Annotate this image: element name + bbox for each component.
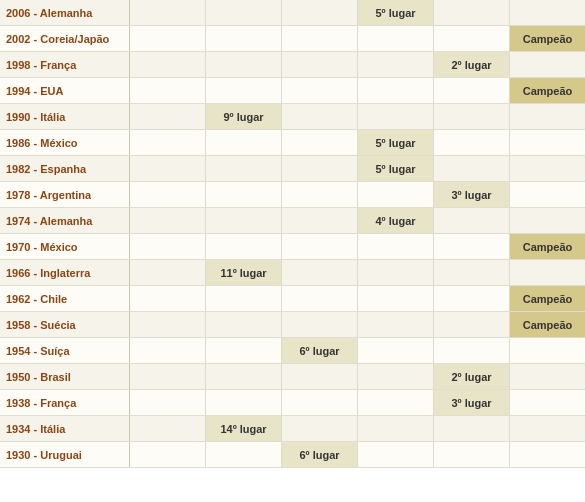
- grid-cell: [206, 0, 282, 25]
- grid-cell: [510, 130, 585, 155]
- grid-cell: 5º lugar: [358, 156, 434, 181]
- grid-cell: [358, 104, 434, 129]
- grid-cell: [130, 182, 206, 207]
- grid-cell: [130, 390, 206, 415]
- grid-cell: [206, 338, 282, 363]
- grid-cell: Campeão: [510, 286, 585, 311]
- grid-cell: [358, 390, 434, 415]
- grid-cell: [358, 234, 434, 259]
- grid-cell: 2º lugar: [434, 364, 510, 389]
- grid-cell: [130, 130, 206, 155]
- grid-cell: 6º lugar: [282, 442, 358, 467]
- table-row: 1990 - Itália9º lugar: [0, 104, 585, 130]
- grid-cell: [130, 26, 206, 51]
- grid-cell: [510, 442, 585, 467]
- grid-cell: [130, 416, 206, 441]
- grid-cell: [282, 130, 358, 155]
- grid-cell: [282, 312, 358, 337]
- grid-cell: [358, 78, 434, 103]
- grid-cell: [358, 52, 434, 77]
- grid-cell: [206, 52, 282, 77]
- grid-cell: [434, 130, 510, 155]
- year-label: 1990 - Itália: [0, 104, 130, 129]
- table-row: 1998 - França2º lugar: [0, 52, 585, 78]
- grid-cell: [510, 416, 585, 441]
- grid-cell: [282, 286, 358, 311]
- grid-cell: 5º lugar: [358, 0, 434, 25]
- grid-cell: [358, 416, 434, 441]
- year-label: 1982 - Espanha: [0, 156, 130, 181]
- grid-cell: [510, 390, 585, 415]
- grid-cell: [434, 0, 510, 25]
- grid-cell: 14º lugar: [206, 416, 282, 441]
- grid-cell: [206, 286, 282, 311]
- grid-cell: [206, 364, 282, 389]
- grid-cell: [510, 208, 585, 233]
- grid-cell: [510, 260, 585, 285]
- grid-cell: [282, 182, 358, 207]
- grid-cell: [206, 234, 282, 259]
- grid-cell: Campeão: [510, 312, 585, 337]
- grid-cell: 11º lugar: [206, 260, 282, 285]
- grid-cell: [434, 26, 510, 51]
- grid-cell: [130, 234, 206, 259]
- grid-cell: 2º lugar: [434, 52, 510, 77]
- table-row: 1966 - Inglaterra11º lugar: [0, 260, 585, 286]
- table-row: 1962 - ChileCampeão: [0, 286, 585, 312]
- grid-cell: [206, 390, 282, 415]
- grid-cell: [130, 364, 206, 389]
- table-row: 1930 - Uruguai6º lugar: [0, 442, 585, 468]
- grid-cell: [282, 234, 358, 259]
- grid-cell: [206, 208, 282, 233]
- grid-cell: Campeão: [510, 78, 585, 103]
- year-label: 1986 - México: [0, 130, 130, 155]
- grid-cell: [358, 364, 434, 389]
- grid-cell: [130, 442, 206, 467]
- grid-cell: [282, 52, 358, 77]
- grid-cell: [434, 442, 510, 467]
- grid-cell: [282, 260, 358, 285]
- year-label: 1950 - Brasil: [0, 364, 130, 389]
- grid-cell: [434, 156, 510, 181]
- grid-cell: 3º lugar: [434, 182, 510, 207]
- grid-cell: [358, 442, 434, 467]
- table-row: 1954 - Suíça6º lugar: [0, 338, 585, 364]
- grid-cell: [282, 0, 358, 25]
- grid-cell: [206, 26, 282, 51]
- grid-cell: [130, 104, 206, 129]
- grid-cell: [434, 104, 510, 129]
- table-row: 1938 - França3º lugar: [0, 390, 585, 416]
- grid-cell: [130, 338, 206, 363]
- year-label: 1954 - Suíça: [0, 338, 130, 363]
- year-label: 1958 - Suécia: [0, 312, 130, 337]
- grid-cell: [434, 208, 510, 233]
- table-row: 1950 - Brasil2º lugar: [0, 364, 585, 390]
- grid-cell: [282, 104, 358, 129]
- table-row: 2002 - Coreia/JapãoCampeão: [0, 26, 585, 52]
- grid-cell: [282, 416, 358, 441]
- grid-cell: [282, 390, 358, 415]
- table-row: 1994 - EUACampeão: [0, 78, 585, 104]
- grid-cell: 6º lugar: [282, 338, 358, 363]
- year-label: 1962 - Chile: [0, 286, 130, 311]
- grid-cell: [130, 208, 206, 233]
- grid-cell: [510, 104, 585, 129]
- grid-cell: [282, 208, 358, 233]
- grid-cell: [434, 78, 510, 103]
- grid-cell: [206, 312, 282, 337]
- grid-cell: [282, 26, 358, 51]
- grid-cell: 5º lugar: [358, 130, 434, 155]
- table-row: 1958 - SuéciaCampeão: [0, 312, 585, 338]
- grid-cell: [434, 416, 510, 441]
- table-row: 1978 - Argentina3º lugar: [0, 182, 585, 208]
- grid-cell: [130, 156, 206, 181]
- year-label: 1930 - Uruguai: [0, 442, 130, 467]
- grid-cell: [434, 234, 510, 259]
- grid-cell: [130, 286, 206, 311]
- grid-cell: [130, 52, 206, 77]
- grid-cell: [282, 364, 358, 389]
- grid-cell: [434, 260, 510, 285]
- table-row: 1970 - MéxicoCampeão: [0, 234, 585, 260]
- grid-cell: [510, 182, 585, 207]
- grid-cell: [510, 156, 585, 181]
